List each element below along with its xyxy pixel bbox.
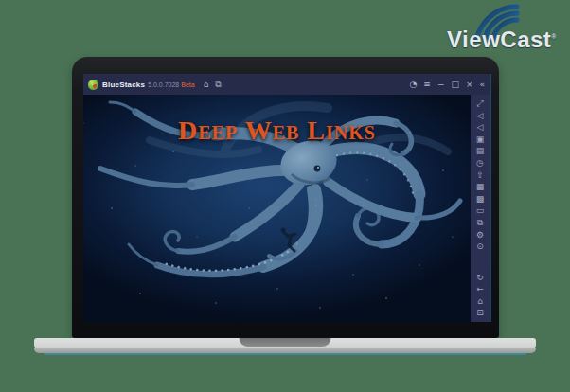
laptop-base-accent-line bbox=[44, 353, 526, 355]
game-controls-icon[interactable]: ▦ bbox=[476, 183, 485, 191]
screen-record-icon[interactable]: ▤ bbox=[476, 147, 485, 155]
volume-up-icon[interactable]: ◁ bbox=[477, 112, 484, 120]
page-background: ViewCast® BlueStacks 5.0.0.7028 Beta ⌂⧉ … bbox=[0, 0, 570, 392]
more-icon[interactable]: ⊙ bbox=[476, 242, 484, 251]
volume-down-icon[interactable]: ◁ bbox=[477, 123, 484, 132]
rotate-icon[interactable]: ↻ bbox=[476, 274, 484, 282]
sync-icon[interactable]: ⇧ bbox=[476, 171, 484, 180]
viewcast-logo: ViewCast® bbox=[403, 2, 562, 55]
sidebar-tools: ⤢◁◁▣▤◷⇧▦▩▭⧉⚙⊙ bbox=[476, 99, 485, 251]
settings-icon[interactable]: ⚙ bbox=[476, 231, 484, 240]
laptop-screen-bezel: BlueStacks 5.0.0.7028 Beta ⌂⧉ ◔≡−□×« bbox=[72, 57, 499, 338]
close-icon[interactable]: × bbox=[466, 80, 473, 89]
titlebar-left-icons: ⌂⧉ bbox=[204, 80, 222, 89]
bluestacks-logo-icon bbox=[88, 80, 98, 90]
minimize-icon[interactable]: − bbox=[437, 80, 445, 89]
laptop-base-notch bbox=[240, 338, 331, 347]
fullscreen-icon[interactable]: ⤢ bbox=[476, 99, 483, 108]
bluestacks-window: BlueStacks 5.0.0.7028 Beta ⌂⧉ ◔≡−□×« bbox=[83, 74, 490, 322]
nav-home-icon[interactable]: ⌂ bbox=[477, 297, 483, 306]
app-title: BlueStacks bbox=[102, 80, 145, 89]
sidebar-nav: ↻←⌂⊡ bbox=[476, 274, 484, 318]
macro-recorder-icon[interactable]: ◷ bbox=[476, 159, 484, 168]
registered-mark: ® bbox=[551, 33, 557, 40]
app-version: 5.0.0.7028 bbox=[148, 81, 179, 88]
app-channel-badge: Beta bbox=[181, 81, 194, 88]
home-icon[interactable]: ⌂ bbox=[204, 80, 209, 89]
screen-heading: Deep Web Links bbox=[83, 116, 471, 146]
collapse-sidebar-icon[interactable]: « bbox=[479, 80, 485, 89]
titlebar-window-controls: ◔≡−□×« bbox=[409, 80, 485, 89]
media-manager-icon[interactable]: ▭ bbox=[476, 206, 485, 215]
recent-apps-icon[interactable]: ⊡ bbox=[476, 309, 484, 317]
maximize-icon[interactable]: □ bbox=[451, 80, 459, 89]
menu-icon[interactable]: ≡ bbox=[423, 80, 431, 89]
multi-window-icon[interactable]: ⧉ bbox=[215, 80, 221, 89]
boost-icon[interactable]: ◔ bbox=[409, 80, 417, 89]
bluestacks-titlebar[interactable]: BlueStacks 5.0.0.7028 Beta ⌂⧉ ◔≡−□×« bbox=[83, 74, 490, 95]
app-screen[interactable]: Deep Web Links bbox=[83, 95, 471, 322]
viewcast-wordmark: ViewCast® bbox=[447, 27, 557, 53]
back-icon[interactable]: ← bbox=[476, 285, 484, 294]
multi-instance-icon[interactable]: ⧉ bbox=[477, 219, 483, 227]
screenshot-icon[interactable]: ▣ bbox=[476, 135, 485, 144]
bluestacks-sidebar: ⤢◁◁▣▤◷⇧▦▩▭⧉⚙⊙ ↻←⌂⊡ bbox=[471, 95, 490, 322]
shake-icon[interactable]: ▩ bbox=[476, 195, 485, 204]
